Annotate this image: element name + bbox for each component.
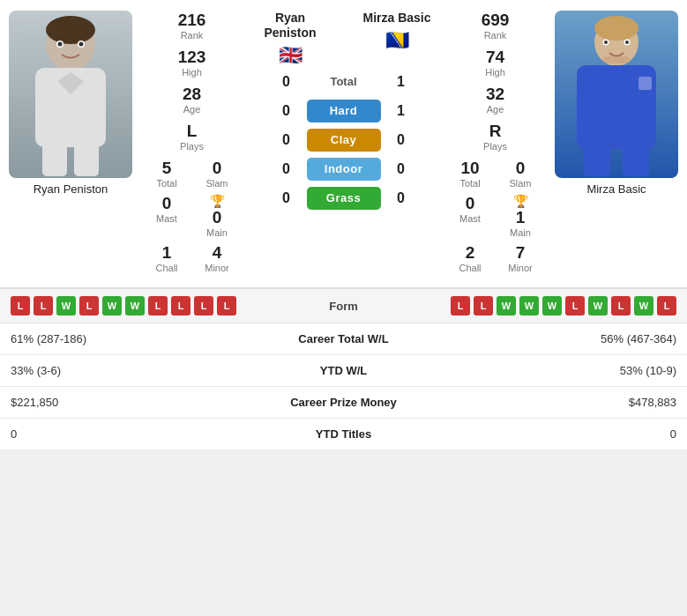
form-badge-left: L [79, 296, 99, 315]
stat-left-val: $221,850 [0, 387, 241, 419]
right-main-value: 1 [497, 208, 544, 227]
svg-point-17 [625, 41, 629, 44]
form-badge-right: W [542, 296, 562, 315]
right-age-label: Age [486, 104, 504, 115]
grass-score-left: 0 [279, 190, 295, 206]
form-badge-left: W [102, 296, 122, 315]
right-trophy-icon: 🏆 [513, 194, 528, 208]
clay-surface-row: 0 Clay 0 [243, 129, 444, 152]
left-2col-stats: 5 Total 0 Slam 0 Mast 🏆 0 Main [144, 159, 241, 273]
total-score-left: 0 [279, 74, 295, 90]
svg-point-6 [58, 42, 63, 47]
match-surfaces: 0 Total 1 0 Hard 1 0 Clay 0 [243, 74, 444, 210]
hard-score-right: 1 [393, 103, 409, 119]
stat-right-val: 56% (467-364) [446, 323, 687, 355]
grass-badge: Grass [307, 187, 381, 210]
left-high-label: High [178, 67, 206, 78]
main-wrapper: Ryan Peniston 216 Rank 123 High 28 Age L… [0, 0, 687, 449]
form-badge-right: L [657, 296, 676, 315]
hard-surface-row: 0 Hard 1 [243, 100, 444, 122]
right-mast-label: Mast [447, 213, 494, 224]
left-high-stat: 123 High [178, 48, 206, 78]
right-2col-stats: 10 Total 0 Slam 0 Mast 🏆 1 Main [447, 159, 544, 273]
left-total-label: Total [144, 178, 190, 189]
right-age-value: 32 [486, 85, 504, 104]
left-age-stat: 28 Age [183, 85, 201, 115]
stat-label: YTD Titles [241, 419, 447, 450]
form-badge-left: L [148, 296, 168, 315]
right-player-photo-area: Mirza Basic [546, 11, 687, 280]
right-high-label: High [485, 67, 505, 78]
stat-left-val: 0 [0, 419, 241, 450]
right-main-label: Main [497, 227, 544, 238]
left-player-flag: 🇬🇧 [279, 44, 302, 67]
left-main-stat: 🏆 0 Main [194, 194, 241, 238]
svg-rect-18 [603, 56, 630, 63]
total-label: Total [307, 75, 381, 88]
left-rank-value: 216 [178, 11, 206, 30]
right-player-name-center: Mirza Basic [362, 11, 430, 26]
total-score-right: 1 [393, 74, 409, 90]
svg-point-7 [79, 42, 84, 47]
hard-score-left: 0 [279, 103, 295, 119]
left-slam-label: Slam [194, 178, 241, 189]
left-player-image [9, 11, 132, 178]
right-plays-value: R [483, 122, 507, 141]
form-badge-left: W [56, 296, 76, 315]
form-badge-left: L [194, 296, 213, 315]
left-chall-stat: 1 Chall [144, 243, 190, 273]
svg-point-1 [46, 16, 95, 44]
left-chall-label: Chall [144, 263, 190, 273]
left-player-name-below: Ryan Peniston [34, 182, 108, 196]
svg-rect-9 [74, 143, 99, 176]
indoor-score-left: 0 [279, 161, 295, 177]
right-rank-stat: 699 Rank [482, 11, 510, 41]
right-player-name-below: Mirza Basic [586, 182, 646, 196]
right-chall-stat: 2 Chall [447, 243, 494, 273]
stat-right-val: $478,883 [446, 387, 687, 419]
right-slam-value: 0 [497, 159, 544, 178]
right-main-stat: 🏆 1 Main [497, 194, 544, 238]
indoor-score-right: 0 [393, 161, 409, 177]
stats-table-row: 61% (287-186) Career Total W/L 56% (467-… [0, 323, 687, 355]
right-total-value: 10 [447, 159, 494, 178]
form-badge-right: L [451, 296, 470, 315]
left-age-value: 28 [183, 85, 201, 104]
form-label: Form [309, 300, 379, 313]
grass-surface-row: 0 Grass 0 [243, 187, 444, 210]
form-badge-left: L [171, 296, 190, 315]
left-main-value: 0 [194, 208, 241, 227]
left-plays-label: Plays [180, 141, 204, 152]
left-mast-value: 0 [144, 194, 190, 213]
stat-left-val: 61% (287-186) [0, 323, 241, 355]
svg-rect-20 [623, 145, 649, 176]
left-main-label: Main [194, 227, 241, 238]
right-name-box: Mirza Basic 🇧🇦 [353, 11, 441, 67]
right-chall-label: Chall [447, 263, 494, 273]
hard-badge: Hard [307, 100, 381, 122]
right-player-image [555, 11, 678, 178]
form-section: LLWLWWLLLL Form LLWWWLWLWL [0, 289, 687, 323]
right-plays-stat: R Plays [483, 122, 507, 152]
right-minor-label: Minor [497, 263, 544, 273]
left-chall-value: 1 [144, 243, 190, 263]
right-chall-value: 2 [447, 243, 494, 263]
left-player-photo-area: Ryan Peniston [0, 11, 141, 280]
grass-score-right: 0 [393, 190, 409, 206]
left-age-label: Age [183, 104, 201, 115]
svg-rect-8 [42, 143, 67, 176]
center-match-block: RyanPeniston 🇬🇧 Mirza Basic 🇧🇦 0 Total 1 [243, 11, 444, 280]
right-total-label: Total [447, 178, 494, 189]
career-stats-section: 61% (287-186) Career Total W/L 56% (467-… [0, 323, 687, 449]
svg-rect-19 [584, 145, 610, 176]
clay-badge: Clay [307, 129, 381, 152]
svg-point-16 [604, 41, 608, 44]
right-rank-value: 699 [482, 11, 510, 30]
stat-label: Career Prize Money [241, 387, 447, 419]
left-minor-label: Minor [194, 263, 241, 273]
indoor-badge: Indoor [307, 158, 381, 181]
left-rank-stat: 216 Rank [178, 11, 206, 41]
clay-score-left: 0 [279, 132, 295, 148]
form-badge-left: W [125, 296, 145, 315]
stats-table: 61% (287-186) Career Total W/L 56% (467-… [0, 323, 687, 449]
